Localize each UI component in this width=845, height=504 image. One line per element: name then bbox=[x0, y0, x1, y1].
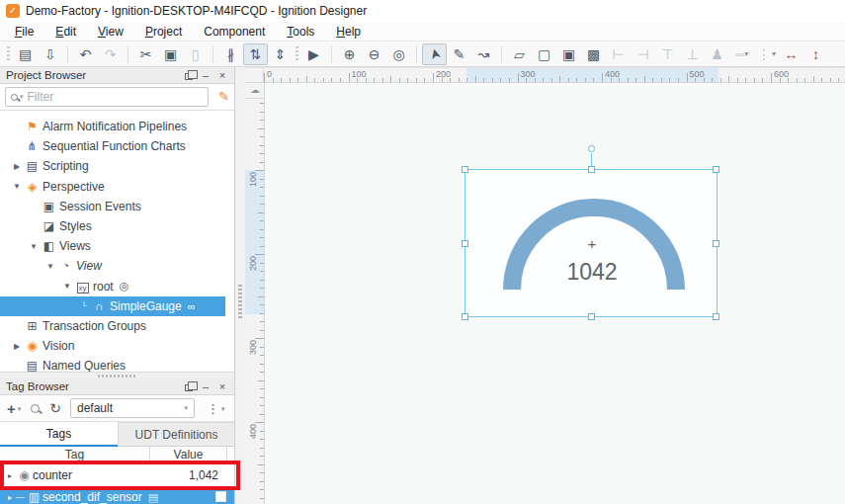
align-bottom-icon[interactable]: ⊥ bbox=[680, 43, 705, 65]
spacing-vertical-icon[interactable]: ⋮▾ bbox=[754, 43, 779, 65]
save-icon[interactable]: ▤ bbox=[13, 43, 38, 65]
resize-handle-nw[interactable] bbox=[462, 166, 468, 173]
resize-handle-n[interactable] bbox=[588, 166, 595, 173]
zoom-out-icon[interactable]: ⊖ bbox=[362, 43, 386, 65]
delete-icon[interactable]: ▯ bbox=[183, 43, 208, 65]
anchor-icon[interactable]: ♟ bbox=[705, 43, 729, 65]
document-icon: ▤ bbox=[148, 491, 158, 504]
sidebar-item-scripting[interactable]: ▶▤Scripting bbox=[0, 156, 225, 176]
menu-component[interactable]: Component bbox=[193, 23, 276, 41]
add-tag-button[interactable]: + bbox=[7, 398, 16, 418]
chevron-expanded-icon[interactable]: ▼ bbox=[10, 182, 24, 191]
expand-icon[interactable]: ▸ bbox=[4, 471, 16, 480]
refresh-icon[interactable]: ↻ bbox=[49, 398, 61, 418]
spacing-horizontal-icon[interactable]: ▫▫▫▾ bbox=[729, 43, 754, 65]
export-project-icon[interactable]: ⇩ bbox=[38, 43, 62, 65]
kebab-menu-icon[interactable]: ⋮ bbox=[207, 401, 219, 416]
chevron-down-icon[interactable]: ▾ bbox=[18, 405, 22, 413]
menu-project[interactable]: Project bbox=[134, 23, 193, 41]
preview-play-icon[interactable]: ▶ bbox=[301, 43, 326, 65]
resize-handle-ne[interactable] bbox=[713, 166, 719, 173]
chevron-collapsed-icon[interactable]: ▶ bbox=[10, 162, 24, 171]
expand-icon[interactable]: ▸ bbox=[4, 493, 16, 502]
sidebar-item-styles[interactable]: ◪Styles bbox=[0, 216, 225, 236]
cut-icon[interactable]: ✂ bbox=[133, 43, 158, 65]
zoom-in-icon[interactable]: ⊕ bbox=[337, 43, 362, 65]
menu-tools[interactable]: Tools bbox=[276, 23, 325, 41]
close-panel-icon[interactable]: × bbox=[215, 69, 229, 82]
pointer-tool-icon[interactable]: ➤ bbox=[422, 43, 447, 65]
group-shapes-icon[interactable]: ▩ bbox=[581, 43, 606, 65]
sidebar-item-perspective[interactable]: ▼◈Perspective bbox=[0, 177, 225, 197]
sidebar-item-views[interactable]: ▼◧Views bbox=[0, 236, 225, 256]
swap-order-icon[interactable]: ⇕ bbox=[268, 43, 293, 65]
tab-tags[interactable]: Tags bbox=[0, 422, 118, 447]
column-header-value[interactable]: Value bbox=[150, 447, 227, 463]
zoom-fit-icon[interactable]: ◎ bbox=[386, 43, 411, 65]
chevron-down-icon: ▾ bbox=[772, 49, 776, 58]
target-icon: ◎ bbox=[120, 280, 129, 293]
column-header-tag[interactable]: Tag bbox=[0, 447, 150, 463]
float-panel-icon[interactable] bbox=[182, 69, 196, 82]
paste-icon[interactable]: ▣ bbox=[158, 43, 183, 65]
align-left-icon[interactable]: ⊢ bbox=[606, 43, 631, 65]
chevron-collapsed-icon[interactable]: ▶ bbox=[10, 342, 24, 351]
sidebar-item-vision[interactable]: ▶◉Vision bbox=[0, 336, 225, 356]
align-top-icon[interactable]: ⊤ bbox=[655, 43, 680, 65]
filter-highlight-icon[interactable]: ✎ bbox=[218, 89, 229, 104]
tag-table-header: Tag Value bbox=[0, 447, 235, 464]
minimize-panel-icon[interactable]: – bbox=[199, 380, 212, 393]
sidebar-item-simple-gauge[interactable]: └∩SimpleGauge∞ bbox=[0, 296, 225, 316]
match-width-icon[interactable]: ↔ bbox=[779, 43, 803, 65]
sidebar-item-session-events[interactable]: ▣Session Events bbox=[0, 197, 225, 216]
resize-handle-s[interactable] bbox=[588, 313, 595, 320]
match-height-icon[interactable]: ↕ bbox=[803, 43, 828, 65]
tag-provider-select[interactable]: default ▾ bbox=[70, 398, 195, 418]
sidebar-item-transaction-groups[interactable]: ⊞Transaction Groups bbox=[0, 316, 225, 336]
menu-help[interactable]: Help bbox=[325, 23, 372, 41]
align-right-icon[interactable]: ⊣ bbox=[631, 43, 655, 65]
draw-path-icon[interactable]: ✎ bbox=[447, 43, 471, 65]
sidebar-item-root[interactable]: ▼xyroot◎ bbox=[0, 277, 225, 296]
filter-input[interactable]: ▾ Filter bbox=[5, 87, 209, 107]
simple-gauge-component[interactable]: + 1042 bbox=[465, 169, 718, 317]
close-panel-icon[interactable]: × bbox=[215, 380, 229, 393]
chevron-expanded-icon[interactable]: ▼ bbox=[27, 242, 41, 251]
resize-handle-e[interactable] bbox=[713, 240, 719, 247]
float-panel-icon[interactable] bbox=[182, 380, 196, 393]
menu-view[interactable]: View bbox=[87, 23, 134, 41]
menu-edit[interactable]: Edit bbox=[44, 23, 87, 41]
ruler-label: 600 bbox=[774, 69, 789, 79]
resize-handle-w[interactable] bbox=[462, 240, 468, 247]
merge-conflict-icon[interactable]: ∦ bbox=[218, 43, 243, 65]
bring-forward-icon[interactable]: ▱ bbox=[507, 43, 532, 65]
resize-handle-sw[interactable] bbox=[462, 313, 468, 320]
table-row-second-dif-sensor[interactable]: ▸ — ▥ second_dif_sensor ▤ bbox=[0, 486, 235, 504]
sidebar-item-named-queries[interactable]: ▤Named Queries bbox=[0, 356, 225, 372]
window-title: Demo-Factory - Ignition-DESKTOP-M4IFCQD … bbox=[26, 4, 367, 18]
sidebar-item-label: Alarm Notification Pipelines bbox=[42, 120, 187, 133]
sidebar-item-alarm-notification-pipelines[interactable]: ⚑Alarm Notification Pipelines bbox=[0, 117, 225, 136]
tag-value-checkbox[interactable] bbox=[215, 491, 226, 502]
rotation-handle[interactable] bbox=[588, 145, 595, 152]
edit-points-icon[interactable]: ↝ bbox=[471, 43, 496, 65]
search-tags-icon[interactable] bbox=[31, 398, 40, 418]
chevron-expanded-icon[interactable]: ▼ bbox=[43, 262, 57, 271]
tab-udt-definitions[interactable]: UDT Definitions bbox=[118, 422, 235, 447]
send-backward-icon[interactable]: ▣ bbox=[556, 43, 581, 65]
chevron-down-icon[interactable]: ▾ bbox=[221, 405, 225, 413]
chevron-expanded-icon[interactable]: ▼ bbox=[60, 282, 74, 291]
panel-splitter-horizontal[interactable] bbox=[0, 372, 235, 378]
sidebar-item-view[interactable]: ▼◔View bbox=[0, 256, 225, 276]
minimize-panel-icon[interactable]: – bbox=[199, 69, 212, 82]
resize-handle-se[interactable] bbox=[713, 313, 719, 320]
menu-file[interactable]: File bbox=[4, 23, 44, 41]
table-row-counter[interactable]: ▸ ◉ counter 1,042 bbox=[0, 464, 235, 486]
rect-shape-icon[interactable]: ▢ bbox=[532, 43, 556, 65]
design-canvas[interactable]: + 1042 bbox=[265, 83, 845, 504]
redo-icon[interactable]: ↷ bbox=[98, 43, 123, 65]
update-sort-icon[interactable]: ⇅ bbox=[243, 43, 268, 65]
sidebar-item-sequential-function-charts[interactable]: ⋔Sequential Function Charts bbox=[0, 136, 225, 156]
panel-splitter-vertical[interactable] bbox=[235, 67, 245, 504]
undo-icon[interactable]: ↶ bbox=[73, 43, 98, 65]
